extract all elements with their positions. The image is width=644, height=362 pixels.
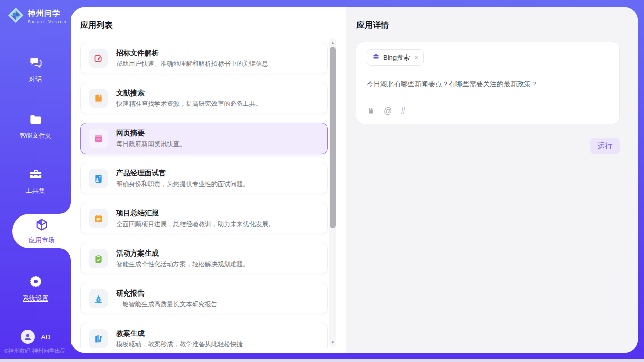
close-icon[interactable]: × (414, 54, 418, 61)
app-list-item[interactable]: 招标文件解析帮助用户快速、准确地理解和解析招标书中的关键信息 (80, 43, 328, 74)
tool-tag-bing[interactable]: Bing搜索 × (367, 49, 424, 66)
svg-text:</>: </> (95, 137, 101, 141)
briefcase-icon (372, 53, 380, 62)
app-description: 全面回顾项目进展，总结经验教训，助力未来优化发展。 (116, 220, 275, 229)
app-name: 活动方案生成 (116, 249, 249, 258)
app-list: 招标文件解析帮助用户快速、准确地理解和解析招标书中的关键信息文献搜索快速精准查找… (80, 43, 328, 348)
folder-icon (29, 113, 43, 128)
app-name: 项目总结汇报 (116, 209, 275, 218)
sidebar-item-chat[interactable]: 对话 (0, 56, 71, 84)
scrollbar[interactable]: ▲ ▼ (329, 38, 336, 347)
app-name: 产品经理面试官 (116, 169, 249, 178)
research-icon (89, 289, 108, 308)
chat-icon (29, 56, 43, 71)
prompt-text[interactable]: 今日湖北有哪些新闻要点？有哪些需要关注的最新政策？ (367, 79, 609, 106)
cube-icon (34, 218, 49, 234)
app-name: 网页摘要 (116, 129, 186, 138)
sidebar-item-tools[interactable]: 工具集 (0, 167, 71, 195)
bottom-strip (0, 359, 644, 362)
app-description: 帮助用户快速、准确地理解和解析招标书中的关键信息 (116, 60, 268, 68)
gear-icon (29, 275, 43, 291)
mention-icon[interactable]: @ (384, 106, 392, 116)
app-list-section: 应用列表 招标文件解析帮助用户快速、准确地理解和解析招标书中的关键信息文献搜索快… (71, 7, 346, 353)
app-list-item[interactable]: 产品经理面试官明确身份和职责，为您提供专业性的面试问题。 (80, 163, 328, 194)
sidebar-item-folders[interactable]: 智能文件夹 (0, 113, 71, 140)
webpage-icon: </> (89, 129, 108, 148)
app-list-item[interactable]: 教案生成模板驱动，教案秒成，教学准备从此轻松快捷 (80, 323, 328, 348)
sidebar-item-market[interactable]: 应用市场 (12, 214, 71, 248)
books-icon (89, 329, 108, 348)
book-icon (89, 89, 108, 108)
app-background: 神州问学 Smart Vision 对话智能文件夹工具集应用市场系统设置 AD … (0, 0, 644, 359)
run-button[interactable]: 运行 (590, 138, 620, 154)
app-detail-title: 应用详情 (356, 20, 389, 31)
app-description: 模板驱动，教案秒成，教学准备从此轻松快捷 (116, 340, 243, 348)
sidebar-item-label: 应用市场 (29, 236, 54, 245)
app-list-item[interactable]: 活动方案生成智能生成个性化活动方案，轻松解决规划难题。 (80, 243, 328, 274)
sidebar-item-label: 工具集 (26, 187, 45, 195)
toolbox-icon (29, 167, 43, 183)
sidebar-item-label: 系统设置 (23, 294, 48, 303)
main-panel: 应用列表 招标文件解析帮助用户快速、准确地理解和解析招标书中的关键信息文献搜索快… (71, 7, 638, 353)
app-description: 明确身份和职责，为您提供专业性的面试问题。 (116, 180, 249, 189)
hash-icon[interactable]: # (401, 106, 405, 116)
app-description: 智能生成个性化活动方案，轻松解决规划难题。 (116, 260, 249, 269)
brand-subtitle: Smart Vision (28, 19, 67, 24)
app-description: 每日政府新闻资讯快查。 (116, 140, 186, 149)
user-chip[interactable]: AD (0, 330, 71, 344)
app-list-item[interactable]: 文献搜索快速精准查找学术资源，提高研究效率的必备工具。 (80, 83, 328, 114)
sidebar: 神州问学 Smart Vision 对话智能文件夹工具集应用市场系统设置 AD … (0, 0, 71, 359)
app-detail-section: 应用详情 Bing搜索 × 今日湖北有哪些新闻要点？有哪些需要关注的最新政策？ (346, 7, 638, 353)
app-name: 招标文件解析 (116, 49, 268, 58)
app-name: 教案生成 (116, 329, 243, 338)
sidebar-item-settings[interactable]: 系统设置 (0, 275, 71, 303)
user-name: AD (41, 333, 51, 341)
avatar (21, 330, 35, 344)
scrollbar-thumb[interactable] (330, 47, 336, 228)
resume-icon (89, 169, 108, 188)
scroll-down-icon[interactable]: ▼ (329, 339, 336, 346)
report-icon (89, 209, 108, 228)
scroll-up-icon[interactable]: ▲ (329, 39, 336, 46)
run-row: 运行 (356, 138, 620, 154)
bid-doc-icon (89, 49, 108, 68)
app-name: 研究报告 (116, 289, 218, 298)
app-description: 快速精准查找学术资源，提高研究效率的必备工具。 (116, 100, 262, 108)
prompt-toolbar: @ # (367, 106, 609, 117)
app-list-item[interactable]: 研究报告一键智能生成高质量长文本研究报告 (80, 283, 328, 314)
copyright-text: ©神州数码·神州问学出品 (4, 347, 66, 355)
sidebar-item-label: 智能文件夹 (20, 132, 52, 140)
brand: 神州问学 Smart Vision (7, 7, 67, 26)
sidebar-item-label: 对话 (29, 75, 42, 84)
app-list-item[interactable]: </>网页摘要每日政府新闻资讯快查。 (80, 123, 328, 154)
app-list-title: 应用列表 (80, 20, 113, 31)
diamond-logo-icon (7, 7, 24, 26)
prompt-editor[interactable]: Bing搜索 × 今日湖北有哪些新闻要点？有哪些需要关注的最新政策？ @ # (356, 42, 620, 124)
app-name: 文献搜索 (116, 89, 262, 98)
app-list-item[interactable]: 项目总结汇报全面回顾项目进展，总结经验教训，助力未来优化发展。 (80, 203, 328, 234)
brand-name: 神州问学 (28, 9, 67, 18)
attachment-icon[interactable] (367, 107, 375, 116)
tool-tag-label: Bing搜索 (383, 53, 410, 62)
clipboard-icon (89, 249, 108, 268)
app-description: 一键智能生成高质量长文本研究报告 (116, 300, 218, 309)
